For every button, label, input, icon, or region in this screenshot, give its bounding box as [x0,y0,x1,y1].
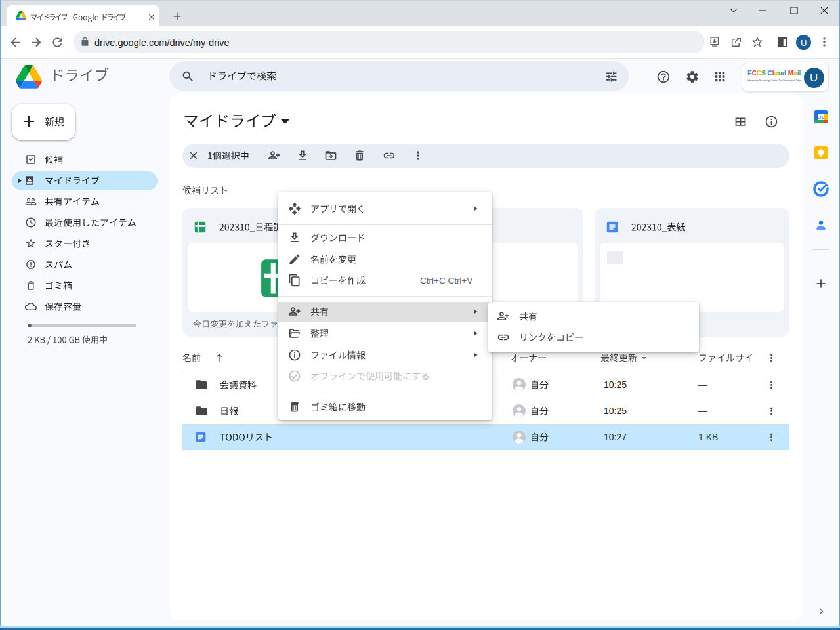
svg-text:31: 31 [818,114,824,120]
